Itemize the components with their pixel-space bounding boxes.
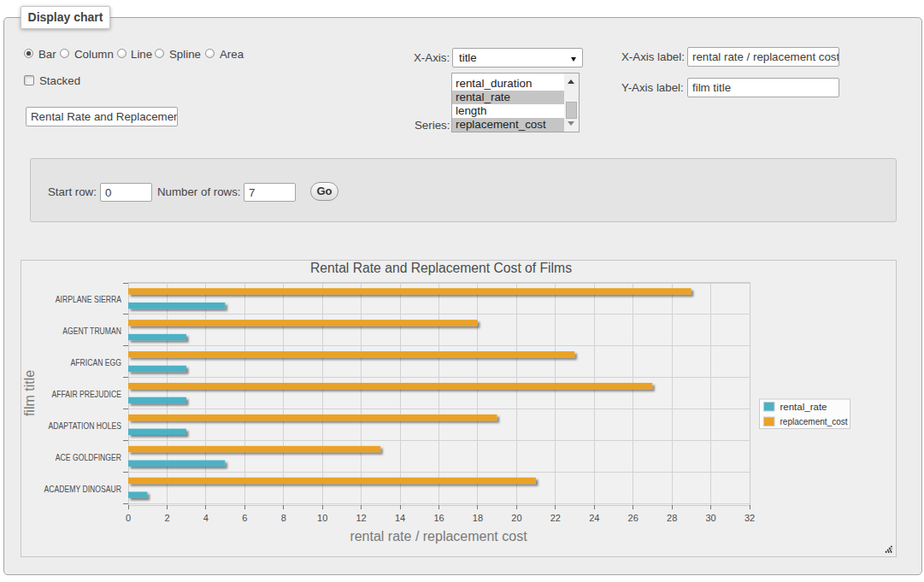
svg-text:replacement_cost: replacement_cost xyxy=(780,416,849,426)
svg-text:24: 24 xyxy=(589,513,599,523)
svg-text:22: 22 xyxy=(550,513,561,523)
svg-text:ADAPTATION HOLES: ADAPTATION HOLES xyxy=(49,420,121,431)
svg-text:ACE GOLDFINGER: ACE GOLDFINGER xyxy=(56,452,121,462)
svg-text:0: 0 xyxy=(126,513,131,523)
svg-text:AIRPLANE SIERRA: AIRPLANE SIERRA xyxy=(56,294,122,304)
svg-text:16: 16 xyxy=(433,513,444,523)
svg-text:ACADEMY DINOSAUR: ACADEMY DINOSAUR xyxy=(44,484,121,494)
svg-text:32: 32 xyxy=(744,513,755,523)
svg-text:20: 20 xyxy=(511,513,521,523)
svg-text:8: 8 xyxy=(281,513,286,523)
svg-text:4: 4 xyxy=(203,513,209,523)
svg-text:2: 2 xyxy=(164,513,169,523)
svg-text:rental rate / replacement cost: rental rate / replacement cost xyxy=(350,529,527,544)
svg-text:18: 18 xyxy=(473,513,483,523)
svg-text:6: 6 xyxy=(242,513,247,523)
svg-text:26: 26 xyxy=(628,513,639,523)
svg-text:10: 10 xyxy=(317,513,327,523)
svg-text:Rental Rate and Replacement Co: Rental Rate and Replacement Cost of Film… xyxy=(310,261,572,275)
svg-text:AGENT TRUMAN: AGENT TRUMAN xyxy=(62,326,121,336)
svg-text:AFRICAN EGG: AFRICAN EGG xyxy=(71,357,121,367)
svg-text:14: 14 xyxy=(395,513,405,523)
svg-text:12: 12 xyxy=(356,513,367,523)
svg-text:30: 30 xyxy=(705,513,715,523)
svg-text:rental_rate: rental_rate xyxy=(780,402,827,412)
svg-text:AFFAIR PREJUDICE: AFFAIR PREJUDICE xyxy=(52,389,121,399)
svg-text:28: 28 xyxy=(667,513,677,523)
svg-text:film title: film title xyxy=(22,370,37,416)
